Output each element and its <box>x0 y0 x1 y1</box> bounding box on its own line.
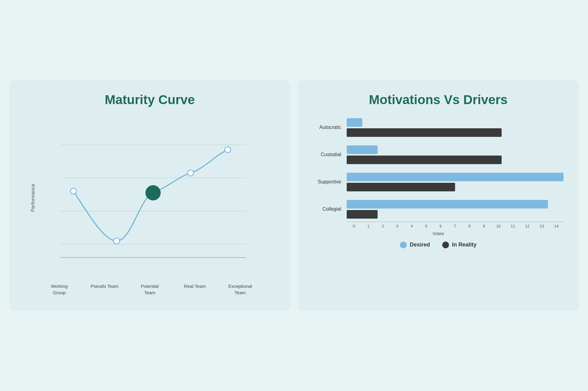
tick-9: 9 <box>477 224 491 228</box>
legend-reality-label: In Reality <box>452 242 477 248</box>
legend-dot-reality <box>442 242 449 248</box>
tick-7: 7 <box>448 224 462 228</box>
bars-supportive <box>347 173 564 191</box>
tick-1: 1 <box>361 224 375 228</box>
svg-point-9 <box>225 147 231 153</box>
x-axis-title: Votes <box>313 231 564 236</box>
bar-row-custodial: Custodial <box>313 145 564 164</box>
bars-autocratic <box>347 118 564 137</box>
tick-12: 12 <box>520 224 534 228</box>
maturity-card: Maturity Curve Performance <box>9 80 290 311</box>
category-custodial: Custodial <box>313 152 347 157</box>
motivations-title: Motivations Vs Drivers <box>313 92 564 107</box>
x-axis-labels: WorkingGroup Pseudo Team PotentialTeam R… <box>24 283 275 296</box>
motivations-chart: Autocratic Custodial <box>313 118 564 248</box>
legend-dot-desired <box>400 242 407 248</box>
bar-reality-custodial <box>347 156 564 164</box>
bar-reality-supportive <box>347 183 564 191</box>
tick-8: 8 <box>462 224 477 228</box>
bar-desired-custodial <box>347 145 564 154</box>
x-label-pot: PotentialTeam <box>134 283 165 296</box>
tick-4: 4 <box>405 224 419 228</box>
tick-11: 11 <box>506 224 520 228</box>
bar-desired-autocratic <box>347 118 564 127</box>
maturity-chart: Performance <box>24 118 275 277</box>
svg-point-8 <box>188 170 194 176</box>
bar-reality-collegial <box>347 210 564 219</box>
bar-desired-supportive <box>347 173 564 181</box>
tick-14: 14 <box>549 224 564 228</box>
x-ticks: 0 1 2 3 4 5 6 7 8 9 10 11 12 13 14 <box>347 224 564 230</box>
tick-5: 5 <box>419 224 433 228</box>
svg-point-6 <box>114 238 120 244</box>
bar-reality-autocratic <box>347 128 564 137</box>
category-collegial: Collegial <box>313 206 347 212</box>
tick-0: 0 <box>347 224 361 228</box>
maturity-title: Maturity Curve <box>24 92 275 107</box>
legend-desired-label: Desired <box>410 242 430 248</box>
svg-point-7 <box>146 185 160 200</box>
tick-13: 13 <box>535 224 549 228</box>
bar-row-supportive: Supportive <box>313 173 564 191</box>
bar-reality-custodial-fill <box>347 156 502 164</box>
bars-custodial <box>347 145 564 164</box>
maturity-svg <box>24 118 275 277</box>
bar-desired-custodial-fill <box>347 145 378 154</box>
bar-row-autocratic: Autocratic <box>313 118 564 137</box>
chart-legend: Desired In Reality <box>313 242 564 248</box>
bar-reality-autocratic-fill <box>347 128 502 137</box>
bar-reality-collegial-fill <box>347 210 378 219</box>
tick-6: 6 <box>433 224 448 228</box>
x-label-rt: Real Team <box>180 283 210 296</box>
bar-desired-collegial-fill <box>347 200 548 209</box>
bar-reality-supportive-fill <box>347 183 455 191</box>
legend-desired: Desired <box>400 242 430 248</box>
category-supportive: Supportive <box>313 179 347 185</box>
bars-collegial <box>347 200 564 219</box>
y-axis-label: Performance <box>30 184 36 212</box>
motivations-card: Motivations Vs Drivers Autocratic C <box>298 80 579 311</box>
bar-row-collegial: Collegial <box>313 200 564 219</box>
tick-3: 3 <box>390 224 405 228</box>
bar-desired-supportive-fill <box>347 173 564 181</box>
x-label-pt: Pseudo Team <box>89 283 120 296</box>
tick-10: 10 <box>491 224 506 228</box>
bar-desired-autocratic-fill <box>347 118 362 127</box>
category-autocratic: Autocratic <box>313 125 347 130</box>
svg-point-5 <box>70 188 77 194</box>
x-label-et: ExceptionalTeam <box>225 283 255 296</box>
dashboard: Maturity Curve Performance <box>9 80 579 311</box>
x-label-wg: WorkingGroup <box>44 283 75 296</box>
tick-2: 2 <box>375 224 390 228</box>
x-axis-line <box>347 222 564 222</box>
bar-desired-collegial <box>347 200 564 209</box>
legend-reality: In Reality <box>442 242 477 248</box>
